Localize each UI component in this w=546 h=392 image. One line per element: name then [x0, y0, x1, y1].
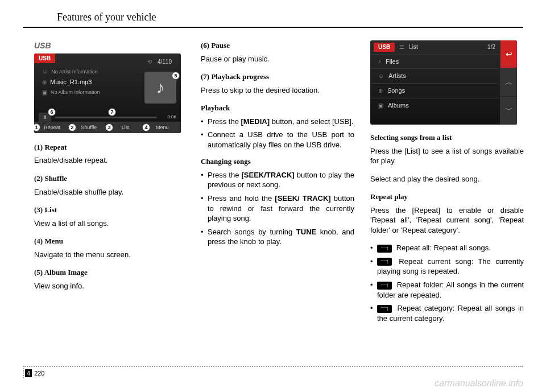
page-footer: 4 220 [23, 366, 523, 378]
watermark: carmanualsonline.info [435, 378, 523, 389]
h-album-image: (5) Album Image [34, 267, 185, 278]
t-repeat-play: Press the [Repeat] to enable or disable … [370, 205, 524, 236]
repeat-folder-icon [377, 282, 392, 290]
list-row-songs[interactable]: ⊕ Songs [370, 83, 499, 98]
scroll-down-button[interactable]: ﹀ [500, 97, 517, 125]
note-icon: ♪ [378, 57, 381, 65]
playback-item-1: Press the [MEDIA] button, and select [US… [201, 117, 354, 127]
usb-list-screen: USB ☰ List 1/2 ♪ Files ☺ Artists ⊕ Songs [370, 40, 517, 125]
changing-item-2: Press and hold the [SEEK/ TRACK] button … [201, 193, 354, 224]
repeat-current-icon [377, 258, 392, 266]
t-album-image: View song info. [34, 281, 185, 291]
t-menu: Navigate to the menu screen. [34, 250, 185, 260]
songs-icon: ⊕ [378, 87, 383, 95]
album-icon-small: ▣ [42, 89, 47, 97]
h-repeat: (1) Repeat [34, 142, 185, 152]
t-progress: Press to skip to the desired location. [201, 85, 354, 96]
disc-icon: ⊕ [42, 79, 47, 86]
callout-6: 6 [48, 108, 56, 116]
h-changing: Changing songs [201, 156, 354, 167]
h-repeat-play: Repeat play [370, 192, 524, 202]
repeat-current: Repeat current song: The currently playi… [370, 257, 524, 277]
repeat-folder: Repeat folder: All songs in the current … [370, 280, 524, 300]
changing-item-3: Search songs by turning TUNE knob, and p… [201, 227, 354, 247]
list-icon: ☰ [399, 43, 404, 51]
back-button[interactable]: ↩ [500, 40, 517, 68]
albums-icon: ▣ [378, 102, 383, 110]
time-end: 0:06 [167, 114, 176, 121]
list-row-artists[interactable]: ☺ Artists [370, 68, 499, 83]
callout-4: 4 [142, 123, 150, 131]
artist-icon: ☺ [378, 72, 384, 80]
side-controls: ↩ ︿ ﹀ [500, 40, 517, 125]
list-counter: 1/2 [487, 43, 495, 51]
screen-usb-badge: USB [34, 53, 55, 64]
scroll-up-button[interactable]: ︿ [500, 68, 517, 96]
h-shuffle: (2) Shuffle [34, 174, 185, 184]
list-header: USB ☰ List 1/2 [370, 40, 499, 54]
list-row-files[interactable]: ♪ Files [370, 54, 499, 69]
progress-bar[interactable] [55, 117, 157, 118]
screen-usb-badge-2: USB [374, 43, 395, 52]
shuffle-button[interactable]: Shuffle [71, 122, 108, 133]
content: USB USB ⟲ 4/110 ☺ No Artist Information … [0, 28, 546, 330]
h-selecting: Selecting songs from a list [370, 133, 524, 143]
playback-item-2: Connect a USB drive to the USB port to a… [201, 130, 354, 150]
column-1: USB USB ⟲ 4/110 ☺ No Artist Information … [34, 40, 185, 330]
t-selecting-1: Press the [List] to see a list of songs … [370, 146, 524, 166]
person-icon: ☺ [42, 68, 48, 76]
usb-title: USB [34, 40, 185, 51]
t-repeat: Enable/disable repeat. [34, 155, 185, 166]
chapter-number: 4 [25, 369, 32, 377]
callout-2: 2 [68, 123, 76, 131]
h-menu: (4) Menu [34, 236, 185, 246]
t-pause: Pause or play music. [201, 54, 354, 64]
changing-item-1: Press the [SEEK/TRACK] button to play th… [201, 170, 354, 190]
callout-5: 5 [172, 72, 180, 80]
h-playback: Playback [201, 103, 354, 113]
callout-3: 3 [105, 123, 113, 131]
playback-list: Press the [MEDIA] button, and select [US… [201, 117, 354, 150]
loop-icon: ⟲ [147, 58, 152, 66]
repeat-all-icon [377, 245, 392, 253]
h-progress: (7) Playback progress [201, 72, 354, 82]
page-header: Features of your vehicle [23, 0, 523, 28]
h-list: (3) List [34, 205, 185, 215]
t-shuffle: Enable/disable shuffle play. [34, 187, 185, 197]
column-3: USB ☰ List 1/2 ♪ Files ☺ Artists ⊕ Songs [370, 40, 524, 330]
list-row-albums[interactable]: ▣ Albums [370, 98, 499, 113]
callout-7: 7 [108, 108, 116, 116]
column-2: (6) Pause Pause or play music. (7) Playb… [201, 40, 354, 330]
usb-playback-screen: USB ⟲ 4/110 ☺ No Artist Information ⊕ Mu… [34, 53, 181, 133]
page-number: 220 [34, 370, 44, 377]
h-pause: (6) Pause [201, 40, 354, 51]
changing-list: Press the [SEEK/TRACK] button to play th… [201, 170, 354, 247]
track-counter: 4/110 [158, 58, 172, 66]
repeat-all: Repeat all: Repeat all songs. [370, 243, 524, 253]
repeat-modes-list: Repeat all: Repeat all songs. Repeat cur… [370, 243, 524, 323]
repeat-category: Repeat category: Repeat all songs in the… [370, 303, 524, 323]
t-selecting-2: Select and play the desired song. [370, 174, 524, 184]
list-label: List [409, 43, 418, 51]
repeat-category-icon [377, 305, 392, 313]
t-list: View a list of all songs. [34, 218, 185, 229]
